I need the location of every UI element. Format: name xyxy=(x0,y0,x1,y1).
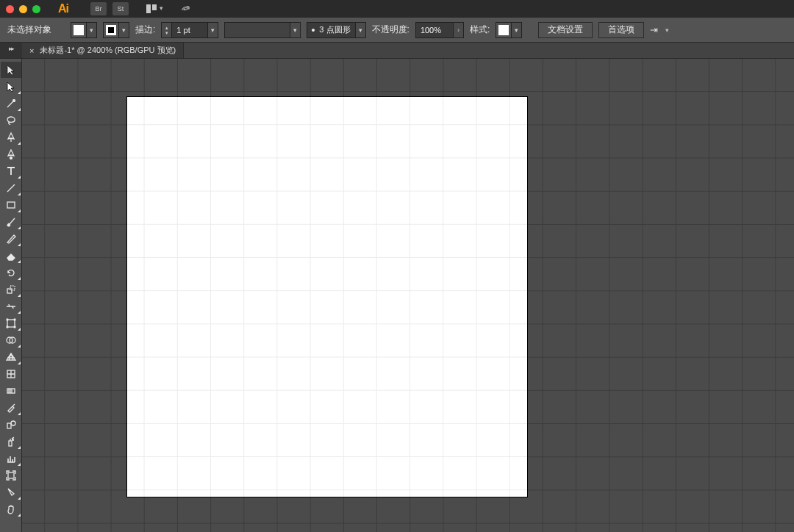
stroke-weight-input[interactable]: 1 pt xyxy=(171,22,208,38)
maximize-window-button[interactable] xyxy=(32,5,40,13)
flyout-corner-icon xyxy=(18,142,21,145)
flyout-corner-icon xyxy=(18,362,21,364)
paintbrush-tool[interactable] xyxy=(1,214,21,230)
direct-select-tool[interactable] xyxy=(1,79,21,95)
magic-wand-tool[interactable] xyxy=(1,96,21,112)
document-tab[interactable]: × 未标题-1* @ 2400% (RGB/GPU 预览) xyxy=(22,43,184,58)
chevron-down-icon[interactable]: ▾ xyxy=(356,22,366,38)
close-tab-icon[interactable]: × xyxy=(29,46,34,55)
brush-definition-value: 3 点圆形 xyxy=(319,24,350,35)
flyout-corner-icon xyxy=(18,311,21,314)
column-graph-tool[interactable] xyxy=(1,450,21,467)
artboard-grid xyxy=(127,97,527,497)
blend-tool[interactable] xyxy=(1,417,21,433)
stroke-swatch[interactable]: ▾ xyxy=(103,22,129,38)
slice-tool[interactable] xyxy=(1,484,21,500)
toolbar-expand-icon[interactable]: ▸▸ xyxy=(0,43,22,58)
align-pin-icon[interactable]: ⇥ xyxy=(650,24,658,35)
gpu-brush-icon[interactable]: ✎ xyxy=(179,1,192,16)
width-tool[interactable] xyxy=(1,298,21,314)
options-bar: 未选择对象 ▾ ▾ 描边: ▴▾ 1 pt ▾ ▾ 3 点圆形 ▾ 不透明度: … xyxy=(0,18,794,43)
flyout-corner-icon xyxy=(18,497,21,500)
chevron-down-icon: ▾ xyxy=(160,4,163,12)
chevron-right-icon[interactable]: › xyxy=(454,22,464,38)
mesh-tool[interactable] xyxy=(1,366,21,382)
eraser-tool[interactable] xyxy=(1,248,21,264)
stepper-icon[interactable]: ▴▾ xyxy=(161,22,171,38)
rectangle-tool[interactable] xyxy=(1,197,21,213)
flyout-corner-icon xyxy=(18,277,21,280)
chevron-down-icon[interactable]: ▾ xyxy=(87,22,97,38)
gradient-tool[interactable] xyxy=(1,383,21,399)
arrange-documents-icon[interactable]: ▾ xyxy=(146,4,163,13)
stroke-swatch-color xyxy=(106,25,116,35)
stock-chip[interactable]: St xyxy=(112,2,129,15)
brush-preview-icon xyxy=(312,29,315,32)
free-transform-tool[interactable] xyxy=(1,315,21,331)
flyout-corner-icon xyxy=(18,260,21,263)
graphic-style-swatch[interactable]: ▾ xyxy=(496,22,522,38)
window-controls xyxy=(6,5,40,13)
canvas-area[interactable] xyxy=(22,59,794,532)
tool-panel xyxy=(0,59,22,532)
perspective-tool[interactable] xyxy=(1,349,21,365)
opacity-field[interactable]: 100% › xyxy=(415,22,464,38)
flyout-corner-icon xyxy=(18,514,21,517)
artboard[interactable] xyxy=(127,97,527,497)
flyout-corner-icon xyxy=(18,226,21,229)
stroke-weight-field[interactable]: ▴▾ 1 pt ▾ xyxy=(161,22,218,38)
mac-titlebar: Ai Br St ▾ ✎ xyxy=(0,0,794,18)
shape-builder-tool[interactable] xyxy=(1,332,21,348)
flyout-corner-icon xyxy=(18,209,21,212)
no-selection-label: 未选择对象 xyxy=(7,24,51,36)
chevron-down-icon[interactable]: ▾ xyxy=(290,22,301,38)
style-swatch-color xyxy=(498,25,509,35)
variable-width-profile[interactable]: ▾ xyxy=(224,22,301,38)
flyout-corner-icon xyxy=(18,193,21,195)
opacity-label: 不透明度: xyxy=(372,24,409,36)
preferences-button[interactable]: 首选项 xyxy=(598,22,644,38)
flyout-corner-icon xyxy=(18,294,21,297)
chevron-down-icon[interactable]: ▾ xyxy=(665,26,669,34)
selection-tool[interactable] xyxy=(1,62,21,78)
flyout-corner-icon xyxy=(18,463,21,466)
symbol-spray-tool[interactable] xyxy=(1,434,21,450)
close-window-button[interactable] xyxy=(6,5,14,13)
chevron-down-icon[interactable]: ▾ xyxy=(119,22,129,38)
scale-tool[interactable] xyxy=(1,281,21,298)
flyout-corner-icon xyxy=(18,243,21,246)
line-tool[interactable] xyxy=(1,180,21,196)
document-tabstrip: ▸▸ × 未标题-1* @ 2400% (RGB/GPU 预览) xyxy=(0,43,794,59)
app-logo: Ai xyxy=(54,2,73,15)
flyout-corner-icon xyxy=(18,108,21,111)
flyout-corner-icon xyxy=(18,412,21,415)
flyout-corner-icon xyxy=(18,328,21,331)
minimize-window-button[interactable] xyxy=(19,5,27,13)
document-tab-title: 未标题-1* @ 2400% (RGB/GPU 预览) xyxy=(40,45,176,56)
pencil-tool[interactable] xyxy=(1,231,21,247)
flyout-corner-icon xyxy=(18,345,21,348)
bridge-chip[interactable]: Br xyxy=(90,2,107,15)
flyout-corner-icon xyxy=(18,446,21,449)
flyout-corner-icon xyxy=(18,91,21,94)
pen-tool[interactable] xyxy=(1,129,21,145)
curvature-tool[interactable] xyxy=(1,146,21,162)
type-tool[interactable] xyxy=(1,163,21,179)
artboard-tool[interactable] xyxy=(1,467,21,484)
chevron-down-icon[interactable]: ▾ xyxy=(208,22,218,38)
lasso-tool[interactable] xyxy=(1,112,21,129)
hand-tool[interactable] xyxy=(1,501,21,517)
workspace xyxy=(0,59,794,532)
style-label: 样式: xyxy=(470,24,490,36)
opacity-input[interactable]: 100% xyxy=(415,22,454,38)
stroke-label: 描边: xyxy=(135,24,155,36)
eyedropper-tool[interactable] xyxy=(1,400,21,416)
rotate-tool[interactable] xyxy=(1,265,21,281)
fill-swatch[interactable]: ▾ xyxy=(71,22,97,38)
chevron-down-icon[interactable]: ▾ xyxy=(512,22,522,38)
flyout-corner-icon xyxy=(18,176,21,179)
brush-definition[interactable]: 3 点圆形 ▾ xyxy=(307,22,365,38)
fill-swatch-color xyxy=(74,25,84,35)
document-setup-button[interactable]: 文档设置 xyxy=(538,22,593,38)
